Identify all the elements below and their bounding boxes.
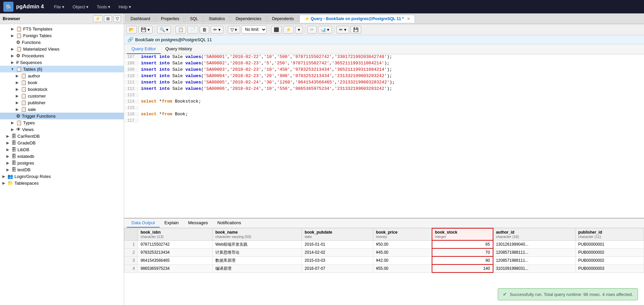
tree-item-tables--6-[interactable]: ▼📋Tables (6): [0, 66, 124, 72]
col-header-book_isbn[interactable]: book_isbncharacter (13): [138, 228, 213, 240]
tab-dependents[interactable]: Dependents: [267, 15, 299, 22]
menu-object[interactable]: Object ▾: [69, 3, 92, 11]
col-header-book_name[interactable]: book_namecharacter varying (50): [212, 228, 302, 240]
tree-item-carrentdb[interactable]: ▶🗄CarRentDB: [0, 133, 124, 139]
tree-item-libdb[interactable]: ▶🗄LibDB: [0, 146, 124, 153]
table-row[interactable]: 49865365975234编译原理2016-07-07¥55.00140310…: [124, 264, 644, 272]
close-tab-icon[interactable]: ✕: [407, 17, 410, 21]
cell-publisher_id: PUB00000003: [575, 264, 644, 272]
data-table-container[interactable]: book_isbncharacter (13)book_namecharacte…: [124, 228, 644, 305]
separator-1: [155, 26, 155, 33]
tree-node-label: customer: [28, 94, 46, 99]
tab-sql[interactable]: SQL: [185, 15, 203, 22]
tab-properties[interactable]: Properties: [156, 15, 184, 22]
grid-button[interactable]: ⊞: [104, 15, 112, 22]
tree-item-procedures[interactable]: ▶⚙Procedures: [0, 52, 124, 59]
cell-publisher_id: PUB00000002: [575, 248, 644, 256]
tree-item-sale[interactable]: ▶📋sale: [0, 106, 124, 113]
tree-node-label: GradeDB: [17, 140, 36, 145]
row-number-header: [124, 228, 138, 240]
tree-item-foreign-tables[interactable]: ▶📋Foreign Tables: [0, 32, 124, 39]
explain-button[interactable]: 📊 ▾: [318, 26, 332, 34]
filter-button[interactable]: ▽: [113, 15, 121, 22]
tree-item-gradedb[interactable]: ▶🗄GradeDB: [0, 139, 124, 146]
stop-button[interactable]: ⬛: [271, 26, 282, 34]
expand-icon: ▶: [15, 74, 19, 78]
query-history-tab[interactable]: Query History: [161, 44, 197, 54]
col-name: book_isbn: [141, 230, 161, 235]
menu-help[interactable]: Help ▾: [115, 3, 134, 11]
row-number: 2: [124, 248, 138, 256]
table-row[interactable]: 19787115502742Web前端开发实践2016-01-01¥50.006…: [124, 240, 644, 248]
format-button[interactable]: ✏ ▾: [336, 26, 349, 34]
code-editor[interactable]: 107insert into Sale values('SA00001','20…: [124, 54, 644, 218]
delete-button[interactable]: 🗑: [200, 26, 209, 34]
cursor-button[interactable]: ☞: [307, 26, 317, 34]
search-button[interactable]: 🔍 ▾: [157, 26, 171, 34]
menu-tools[interactable]: Tools ▾: [93, 3, 114, 11]
tree-item-types[interactable]: ▶📋Types: [0, 119, 124, 126]
col-header-book_pubdate[interactable]: book_pubdatedate: [302, 228, 373, 240]
tree-item-estatedb[interactable]: ▶🗄estatedb: [0, 153, 124, 160]
tab-statistics[interactable]: Statistics: [204, 15, 230, 22]
paste-button[interactable]: 📄: [187, 26, 198, 34]
tree-item-book[interactable]: ▶📋book: [0, 79, 124, 86]
expand-icon: ▶: [15, 94, 19, 98]
col-header-author_id[interactable]: author_idcharacter (18): [493, 228, 576, 240]
tree-item-bookstock[interactable]: ▶📋bookstock: [0, 86, 124, 93]
run-dropdown[interactable]: ▾: [295, 26, 303, 34]
messages-tab[interactable]: Messages: [183, 219, 213, 228]
tree-item-login-group-roles[interactable]: ▶👥Login/Group Roles: [0, 173, 124, 180]
filter-button[interactable]: ▽ ▾: [228, 26, 240, 34]
tree-item-publisher[interactable]: ▶📋publisher: [0, 99, 124, 106]
tree-node-icon: 👥: [7, 174, 13, 179]
tree-item-postgres[interactable]: ▶🗄postgres: [0, 160, 124, 166]
table-row[interactable]: 39641543566465数据库原理2015-03-03¥42.0090120…: [124, 256, 644, 264]
tree-item-trigger-functions[interactable]: ⚙Trigger Functions: [0, 113, 124, 119]
tree-item-customer[interactable]: ▶📋customer: [0, 93, 124, 99]
line-number: 117: [124, 118, 138, 123]
edit-button[interactable]: ✏ ▾: [211, 26, 223, 34]
save-button[interactable]: 💾 ▾: [138, 26, 153, 34]
browser-label: Browser: [3, 16, 20, 21]
col-header-book_price[interactable]: book_pricemoney: [373, 228, 432, 240]
success-text: Successfully run. Total query runtime: 9…: [510, 292, 633, 297]
tree-item-tablespaces[interactable]: ▶📁Tablespaces: [0, 180, 124, 186]
expand-icon: ▶: [5, 134, 10, 138]
line-number: 110: [124, 74, 138, 78]
refresh-button[interactable]: ⚡: [93, 15, 103, 22]
tree-item-functions[interactable]: ⚙Functions: [0, 39, 124, 46]
tree-item-testdb[interactable]: ▶🗄testDB: [0, 166, 124, 173]
cell-book_price: ¥50.00: [373, 240, 432, 248]
copy-button[interactable]: 📋: [175, 26, 186, 34]
tab-dashboard[interactable]: Dashboard: [125, 15, 155, 22]
col-header-publisher_id[interactable]: publisher_idcharacter (11): [575, 228, 644, 240]
separator-5: [305, 26, 305, 33]
limit-select[interactable]: No limit 100 500 1000: [241, 25, 267, 34]
tree-node-icon: 📋: [16, 33, 22, 38]
menu-file[interactable]: File ▾: [51, 3, 68, 11]
cell-book_pubdate: 2016-01-01: [302, 240, 373, 248]
data-output-tab[interactable]: Data Output: [127, 219, 160, 228]
download-button[interactable]: 💾: [351, 26, 361, 34]
notifications-tab[interactable]: Notifications: [213, 219, 246, 228]
right-panel: Dashboard Properties SQL Statistics Depe…: [124, 13, 644, 305]
tree-item-materialized-views[interactable]: ▶📋Materialized Views: [0, 46, 124, 52]
tab-dependencies[interactable]: Dependencies: [230, 15, 266, 22]
tree-item-fts-templates[interactable]: ▶📋FTS Templates: [0, 25, 124, 32]
cell-publisher_id: PUB00000002: [575, 256, 644, 264]
open-file-button[interactable]: 📂: [126, 26, 137, 34]
run-button[interactable]: ⚡: [283, 26, 294, 34]
explain-tab[interactable]: Explain: [160, 219, 183, 228]
tree-node-label: Login/Group Roles: [14, 174, 51, 179]
tab-query[interactable]: ⚡ Query - BookSale on postgres@PostgreSQ…: [300, 15, 415, 23]
tree-item-author[interactable]: ▶📋author: [0, 72, 124, 79]
col-header-book_stock[interactable]: book_stockinteger: [432, 228, 493, 240]
tree-item-sequences[interactable]: ▶#Sequences: [0, 59, 124, 66]
table-row[interactable]: 29783253213434计算思维导论2014-02-02¥45.007012…: [124, 248, 644, 256]
query-tab-label: ⚡ Query - BookSale on postgres@PostgreSQ…: [305, 16, 404, 21]
tree-item-views[interactable]: ▶👁Views: [0, 126, 124, 133]
query-editor-tab[interactable]: Query Editor: [127, 44, 161, 54]
app-title: pgAdmin 4: [16, 4, 44, 10]
tab-bar: Dashboard Properties SQL Statistics Depe…: [124, 13, 644, 24]
